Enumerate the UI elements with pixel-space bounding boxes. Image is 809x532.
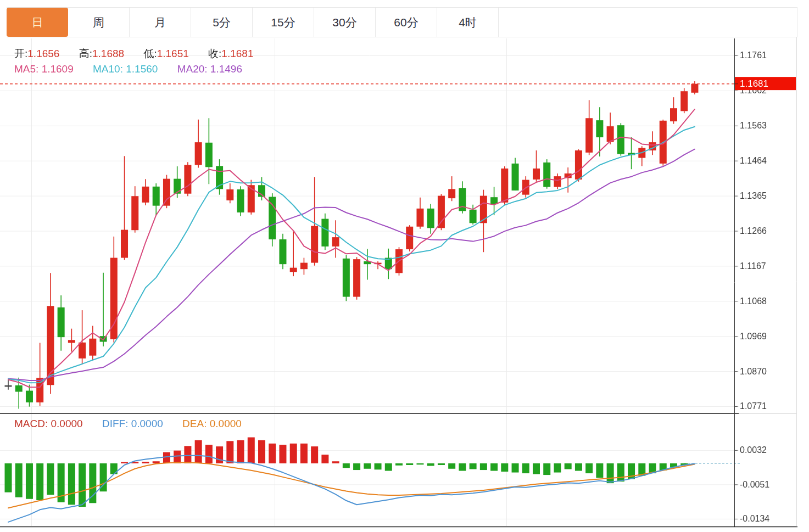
- high-label: 高:: [79, 48, 92, 59]
- tab-bar-spacer: [499, 8, 797, 37]
- tab-week[interactable]: 周: [68, 8, 130, 37]
- tab-5min[interactable]: 5分: [191, 8, 253, 37]
- tab-day[interactable]: 日: [7, 8, 68, 37]
- ma20-value: 1.1496: [210, 63, 242, 75]
- macd-value: 0.0000: [51, 418, 83, 429]
- ma10-group: MA10: 1.1560: [93, 63, 158, 75]
- diff-label: DIFF:: [102, 418, 129, 429]
- ohlc-readout: 开:1.1656 高:1.1688 低:1.1651 收:1.1681: [14, 47, 270, 61]
- close-label: 收:: [208, 48, 221, 59]
- ma5-label: MA5:: [14, 63, 38, 75]
- macd-group: MACD: 0.0000: [14, 418, 83, 429]
- ma-readout: MA5: 1.1609 MA10: 1.1560 MA20: 1.1496: [14, 63, 259, 75]
- low-group: 低:1.1651: [143, 48, 188, 59]
- ma10-label: MA10:: [93, 63, 123, 75]
- dea-label: DEA:: [182, 418, 207, 429]
- open-value: 1.1656: [27, 48, 59, 59]
- tab-30min[interactable]: 30分: [314, 8, 376, 37]
- close-group: 收:1.1681: [208, 48, 253, 59]
- dea-group: DEA: 0.0000: [182, 418, 242, 429]
- candlestick-chart-canvas[interactable]: [0, 0, 809, 532]
- tab-4hour[interactable]: 4时: [437, 8, 499, 37]
- dea-value: 0.0000: [210, 418, 242, 429]
- tab-month[interactable]: 月: [130, 8, 191, 37]
- low-label: 低:: [143, 48, 157, 59]
- macd-readout: MACD: 0.0000 DIFF: 0.0000 DEA: 0.0000: [14, 418, 258, 430]
- high-group: 高:1.1688: [79, 48, 124, 59]
- tab-15min[interactable]: 15分: [253, 8, 314, 37]
- diff-group: DIFF: 0.0000: [102, 418, 163, 429]
- open-group: 开:1.1656: [14, 48, 59, 59]
- ma20-label: MA20:: [177, 63, 208, 75]
- ma5-group: MA5: 1.1609: [14, 63, 74, 75]
- macd-label: MACD:: [14, 418, 48, 429]
- ma10-value: 1.1560: [126, 63, 158, 75]
- timeframe-tab-bar: 日周月5分15分30分60分4时: [7, 7, 797, 37]
- ma5-value: 1.1609: [42, 63, 74, 75]
- high-value: 1.1688: [92, 48, 124, 59]
- close-value: 1.1681: [221, 48, 253, 59]
- tab-60min[interactable]: 60分: [376, 8, 437, 37]
- open-label: 开:: [14, 48, 27, 59]
- diff-value: 0.0000: [131, 418, 163, 429]
- low-value: 1.1651: [157, 48, 189, 59]
- ma20-group: MA20: 1.1496: [177, 63, 242, 75]
